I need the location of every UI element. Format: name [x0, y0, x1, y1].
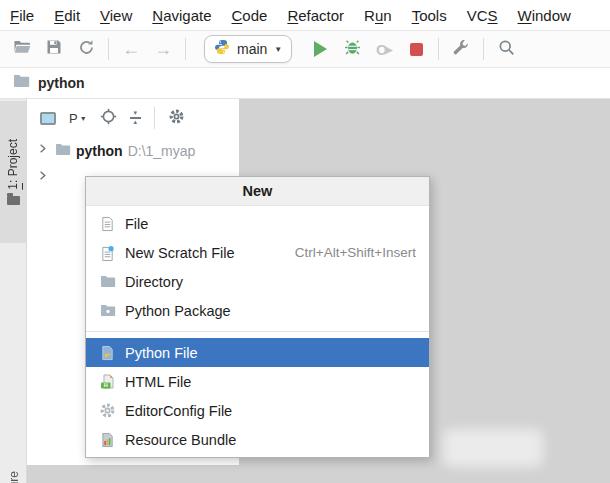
- tree-root-name: python: [76, 143, 123, 159]
- menu-item-file[interactable]: File: [86, 209, 429, 238]
- search-everywhere-button[interactable]: [496, 38, 516, 60]
- menu-item-label: EditorConfig File: [125, 403, 232, 419]
- collapse-all-button[interactable]: ▼▲: [130, 111, 141, 125]
- project-view-button[interactable]: [40, 112, 56, 125]
- settings-wrench-button[interactable]: [451, 38, 471, 60]
- project-view-icon: [40, 112, 56, 125]
- directory-icon: [99, 273, 116, 290]
- svg-text:H: H: [103, 382, 107, 388]
- menu-item-label: New Scratch File: [125, 245, 235, 261]
- forward-icon: →: [154, 40, 172, 58]
- panel-settings-button[interactable]: [168, 108, 185, 129]
- stop-button[interactable]: [406, 38, 426, 60]
- menu-refactor[interactable]: Refactor: [287, 7, 344, 24]
- folder-icon: [55, 142, 71, 160]
- coverage-icon: C▶: [376, 41, 393, 58]
- menu-run[interactable]: Run: [364, 7, 392, 24]
- open-button[interactable]: [12, 38, 32, 60]
- menu-view[interactable]: View: [100, 7, 132, 24]
- open-project-icon: [13, 39, 31, 59]
- breadcrumb-project[interactable]: python: [38, 75, 85, 91]
- separator: [483, 38, 484, 60]
- tree-root-path: D:\1_myap: [128, 143, 196, 159]
- menu-vcs[interactable]: VCS: [467, 7, 498, 24]
- tool-window-tab-structure[interactable]: ure: [7, 471, 21, 483]
- menu-item-label: Directory: [125, 274, 183, 290]
- menu-item-python-package[interactable]: Python Package: [86, 296, 429, 325]
- wrench-icon: [452, 38, 470, 60]
- menu-item-label: File: [125, 216, 148, 232]
- sync-icon: [78, 39, 95, 60]
- locate-button[interactable]: [100, 108, 117, 129]
- run-icon: [314, 41, 327, 57]
- menu-item-directory[interactable]: Directory: [86, 267, 429, 296]
- new-context-menu: New File New Scratch File Ctrl+Alt+Shift…: [85, 176, 430, 458]
- separator: [438, 38, 439, 60]
- menu-edit[interactable]: Edit: [54, 7, 80, 24]
- back-button[interactable]: ←: [121, 38, 141, 60]
- menu-navigate[interactable]: Navigate: [152, 7, 211, 24]
- save-all-icon: [46, 39, 62, 59]
- tool-window-bar: 1: Project ure: [0, 99, 27, 483]
- menu-item-html-file[interactable]: H HTML File: [86, 367, 429, 396]
- menu-item-label: HTML File: [125, 374, 191, 390]
- chevron-down-icon: ▼: [274, 45, 282, 54]
- menu-item-shortcut: Ctrl+Alt+Shift+Insert: [295, 245, 416, 260]
- python-logo-icon: [214, 39, 230, 59]
- chevron-right-icon[interactable]: [35, 141, 50, 160]
- pycharm-window: File Edit View Navigate Code Refactor Ru…: [0, 0, 610, 483]
- run-button[interactable]: [310, 38, 330, 60]
- debug-button[interactable]: [342, 38, 362, 60]
- chevron-down-icon: ▼: [80, 115, 87, 122]
- menu-file[interactable]: File: [10, 7, 34, 24]
- menu-item-python-file[interactable]: Python File: [86, 338, 429, 367]
- separator: [86, 331, 429, 332]
- popup-title: New: [86, 177, 429, 206]
- folder-icon: [7, 196, 20, 205]
- editorconfig-file-icon: [99, 402, 116, 419]
- menu-item-resource-bundle[interactable]: Resource Bundle: [86, 425, 429, 454]
- search-icon: [498, 39, 515, 60]
- separator: [108, 38, 109, 60]
- run-config-label: main: [237, 41, 267, 57]
- resource-bundle-icon: [99, 431, 116, 448]
- gear-icon: [168, 108, 185, 129]
- tree-row-python-root[interactable]: python D:\1_myap: [27, 137, 239, 164]
- separator: [185, 38, 186, 60]
- html-file-icon: H: [99, 373, 116, 390]
- navigation-bar: python: [0, 68, 610, 99]
- tool-window-tab-project[interactable]: 1: Project: [0, 101, 26, 243]
- menu-tools[interactable]: Tools: [412, 7, 447, 24]
- folder-icon: [13, 74, 30, 92]
- watermark-blob: [443, 429, 543, 467]
- menu-item-label: Python File: [125, 345, 198, 361]
- locate-icon: [100, 108, 117, 129]
- chevron-right-icon[interactable]: [35, 168, 50, 187]
- file-icon: [99, 215, 116, 232]
- stop-icon: [410, 43, 423, 56]
- python-package-icon: [99, 302, 116, 319]
- menu-item-editorconfig-file[interactable]: EditorConfig File: [86, 396, 429, 425]
- menu-item-label: Resource Bundle: [125, 432, 236, 448]
- view-selector[interactable]: P ▼: [69, 111, 87, 126]
- menu-code[interactable]: Code: [232, 7, 268, 24]
- menu-item-label: Python Package: [125, 303, 231, 319]
- main-area: 1: Project ure P ▼ ▼▲: [0, 99, 610, 483]
- main-toolbar: ← → main ▼ C▶: [0, 30, 610, 68]
- menu-bar: File Edit View Navigate Code Refactor Ru…: [0, 0, 610, 30]
- separator: [154, 107, 155, 129]
- forward-button[interactable]: →: [153, 38, 173, 60]
- menu-item-new-scratch-file[interactable]: New Scratch File Ctrl+Alt+Shift+Insert: [86, 238, 429, 267]
- new-scratch-file-icon: [99, 244, 116, 261]
- debug-icon: [344, 39, 361, 60]
- python-file-icon: [99, 344, 116, 361]
- save-all-button[interactable]: [44, 38, 64, 60]
- collapse-all-icon: ▼▲: [130, 111, 141, 125]
- sync-button[interactable]: [76, 38, 96, 60]
- menu-group-1: File New Scratch File Ctrl+Alt+Shift+Ins…: [86, 206, 429, 328]
- menu-window[interactable]: Window: [518, 7, 571, 24]
- project-panel-toolbar: P ▼ ▼▲: [27, 99, 239, 137]
- back-icon: ←: [122, 40, 140, 58]
- run-config-selector[interactable]: main ▼: [204, 35, 292, 63]
- coverage-button[interactable]: C▶: [374, 38, 394, 60]
